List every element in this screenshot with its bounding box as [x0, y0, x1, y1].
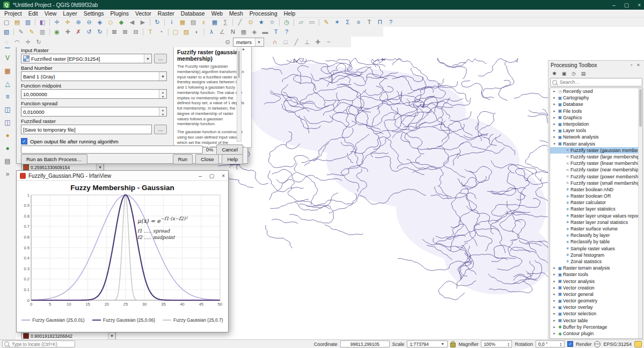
statistics-icon[interactable]: Σ	[343, 18, 353, 26]
toolbox-item[interactable]: ∗Raster layer statistics	[550, 206, 642, 212]
add-feature-icon[interactable]: ◉	[52, 27, 62, 36]
menu-item-database[interactable]: Database	[178, 10, 208, 17]
menu-item-project[interactable]: Project	[1, 10, 25, 17]
add-delimited-text-icon[interactable]: ≡	[2, 91, 13, 102]
show-bookmarks-icon[interactable]: ☆	[267, 18, 277, 26]
open-attribute-table-icon[interactable]: ▦	[210, 18, 219, 26]
help-contents-icon[interactable]: ?	[282, 27, 291, 36]
field-calculator-icon[interactable]: ∑	[221, 18, 230, 26]
select-features-icon[interactable]: ▦	[178, 18, 187, 26]
redo-icon[interactable]: ↻	[95, 27, 105, 36]
render-checkbox[interactable]: ✓	[567, 341, 573, 347]
expander-icon[interactable]: ▸	[552, 286, 557, 290]
menu-item-layer[interactable]: Layer	[60, 10, 80, 17]
expander-icon[interactable]: ▸	[552, 325, 557, 329]
measure-icon[interactable]: ╱	[235, 18, 245, 26]
spread-spinbox[interactable]: 0,010000 ▴▾	[21, 107, 167, 117]
spin-down-icon[interactable]: ▾	[159, 94, 166, 98]
toolbox-item[interactable]: ▸▣File tools	[550, 108, 642, 114]
layer-diagram-icon[interactable]: ◔	[156, 27, 166, 36]
toolbox-item[interactable]: ∗Raster surface volume	[550, 226, 642, 232]
toolbox-item[interactable]: ∗Raster boolean OR	[550, 193, 642, 199]
toolbox-item[interactable]: ▸▣Interpolation	[550, 121, 642, 127]
coordinate-input[interactable]: 99813,299105	[340, 340, 390, 347]
pi-icon[interactable]: Π	[375, 18, 385, 26]
menu-item-help[interactable]: Help	[281, 10, 299, 17]
menu-item-edit[interactable]: Edit	[25, 10, 41, 17]
close-panel-icon[interactable]: ×	[635, 62, 642, 68]
new-bookmark-icon[interactable]: ★	[257, 18, 266, 26]
invert-selection-icon[interactable]: ◐	[192, 27, 202, 36]
band-combobox[interactable]: Band 1 (Gray) ▾	[21, 71, 167, 81]
toolbox-item[interactable]: ∗Reclassify by table	[550, 238, 642, 245]
zoom-out-icon[interactable]: ⊖	[84, 18, 94, 26]
expander-icon[interactable]: ▸	[552, 266, 557, 270]
scale-combobox[interactable]: 1:773794 ▾	[407, 340, 448, 347]
toolbox-models-icon[interactable]: ▣	[560, 70, 568, 77]
toolbox-item[interactable]: ▸▣Raster tools	[550, 271, 642, 278]
toolbox-history-icon[interactable]: ◷	[570, 70, 577, 77]
python-console-icon[interactable]: ≡	[354, 18, 363, 26]
close-icon[interactable]: ×	[638, 2, 641, 8]
toolbox-item[interactable]: ▸▣Graphics	[550, 114, 642, 121]
paste-features-icon[interactable]: ⊟	[131, 27, 141, 36]
input-raster-combobox[interactable]: Fuzzified raster [EPSG:31254] ▾	[21, 54, 152, 63]
select-by-expression-icon[interactable]: ε	[199, 18, 209, 26]
toolbox-item[interactable]: ▸▣Database	[550, 101, 642, 107]
pan-to-selection-icon[interactable]: ✛	[63, 18, 72, 26]
add-spatialite-layer-icon[interactable]: ◫	[2, 117, 13, 128]
close-button[interactable]: Close	[195, 154, 219, 164]
help-scrollbar-thumb[interactable]	[238, 51, 240, 78]
refresh-icon[interactable]: ↻	[152, 18, 162, 26]
irfanview-titlebar[interactable]: Fuzzify_Gaussian.PNG - IrfanView – ▢ ×	[17, 171, 228, 181]
project-open-icon[interactable]: ▤	[12, 18, 22, 26]
scrollbar[interactable]	[638, 88, 642, 338]
project-new-icon[interactable]: ▢	[2, 18, 11, 26]
expander-icon[interactable]: ▾	[552, 142, 557, 146]
toolbox-item[interactable]: ▸▣Vector table	[550, 317, 642, 324]
select-polygon-icon[interactable]: ▨	[181, 27, 191, 36]
expander-icon[interactable]: ▸	[552, 299, 557, 303]
spin-down-icon[interactable]: ▾	[559, 344, 563, 346]
close-icon[interactable]: ×	[222, 173, 225, 179]
tracing-icon[interactable]: ~	[324, 38, 333, 46]
raster-value-combobox-bottom[interactable]: 0.900191823206842 ▾	[21, 332, 116, 340]
toolbox-item[interactable]: ▸▣Cartography	[550, 95, 642, 101]
messages-icon[interactable]	[634, 341, 642, 347]
save-edits-icon[interactable]: ▥	[38, 27, 47, 36]
spin-down-icon[interactable]: ▾	[506, 344, 510, 346]
zoom-next-icon[interactable]: ▶	[138, 18, 148, 26]
add-vector-layer-icon[interactable]: V	[2, 53, 13, 63]
snapping-toggle-icon[interactable]: ∩	[270, 38, 280, 46]
toolbox-item[interactable]: ▾▣Raster analysis	[550, 141, 642, 147]
toolbox-item[interactable]: ∗Raster layer zonal statistics	[550, 219, 642, 226]
toolbox-item[interactable]: ▸◆Buffer by Percentage	[550, 324, 642, 330]
text-annotation-icon[interactable]: T	[364, 18, 374, 26]
help-icon[interactable]: ?	[386, 18, 396, 26]
expander-icon[interactable]: ▸	[552, 272, 557, 277]
pan-map-icon[interactable]: ✛	[52, 18, 62, 26]
rotate-feature-icon[interactable]: ↻	[34, 38, 43, 46]
add-wms-layer-icon[interactable]: ●	[2, 130, 13, 141]
menu-item-web[interactable]: Web	[208, 10, 226, 17]
snap-segment-icon[interactable]: ╱	[291, 38, 301, 46]
help-scrollbar[interactable]	[237, 46, 241, 142]
menu-item-processing[interactable]: Processing	[246, 10, 281, 17]
edit-symbol-icon[interactable]: ✎	[321, 18, 331, 26]
expander-icon[interactable]: ▸	[552, 279, 557, 284]
spin-up-icon[interactable]: ▴	[159, 90, 166, 94]
style-manager-icon[interactable]: ◧	[38, 18, 47, 26]
zoom-in-icon[interactable]: ⊕	[74, 18, 83, 26]
spin-down-icon[interactable]: ▾	[159, 112, 166, 116]
units-combobox[interactable]: meters ▾	[233, 38, 264, 47]
toolbox-item[interactable]: ∗Zonal histogram	[550, 252, 642, 258]
actions-icon[interactable]: λ	[207, 27, 216, 36]
maximize-icon[interactable]: ▢	[209, 173, 214, 179]
add-wfs-layer-icon[interactable]: ●	[2, 143, 13, 154]
toolbox-item[interactable]: ∗Raster calculator	[550, 199, 642, 206]
spin-up-icon[interactable]: ▴	[159, 107, 166, 112]
zoom-to-layer-icon[interactable]: ◆	[116, 18, 126, 26]
midpoint-spinbox[interactable]: 10,000000 ▴▾	[21, 89, 167, 99]
current-edits-icon[interactable]: ✎	[16, 27, 26, 36]
expander-icon[interactable]: ▸	[552, 135, 557, 139]
